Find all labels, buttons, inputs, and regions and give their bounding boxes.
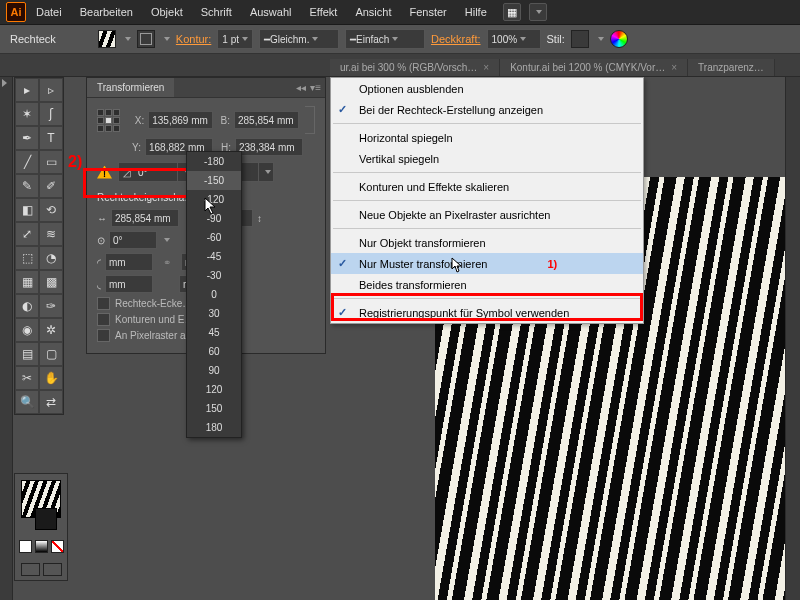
stroke-swatch[interactable]: [137, 30, 155, 48]
line-tool[interactable]: ╱: [15, 150, 39, 174]
w-field[interactable]: 285,854 mm: [234, 111, 299, 129]
angle-option[interactable]: 60: [187, 342, 241, 361]
menu-hilfe[interactable]: Hilfe: [457, 3, 495, 21]
graph-tool[interactable]: ▤: [15, 342, 39, 366]
corner-link-icon[interactable]: ⚭: [163, 257, 171, 268]
panel-collapse-icon[interactable]: ◂◂: [296, 82, 306, 93]
lasso-tool[interactable]: ʃ: [39, 102, 63, 126]
angle-option[interactable]: 30: [187, 304, 241, 323]
menu-objekt[interactable]: Objekt: [143, 3, 191, 21]
rectangle-tool[interactable]: ▭: [39, 150, 63, 174]
stroke-label[interactable]: Kontur:: [176, 33, 211, 45]
fill-swatch[interactable]: [98, 30, 116, 48]
scale-tool[interactable]: ⤢: [15, 222, 39, 246]
x-field[interactable]: 135,869 mm: [148, 111, 213, 129]
link-wh-icon[interactable]: [305, 106, 315, 134]
h-field[interactable]: 238,384 mm: [235, 138, 303, 156]
symbol-sprayer-tool[interactable]: ✲: [39, 318, 63, 342]
panel-menu-icon[interactable]: ▾≡: [310, 82, 321, 93]
gradient-tool[interactable]: ◐: [15, 294, 39, 318]
panel-context-menu[interactable]: Optionen ausblenden✓Bei der Rechteck-Ers…: [330, 77, 644, 324]
selection-tool[interactable]: ▸: [15, 78, 39, 102]
doc-tab-2[interactable]: Kontur.ai bei 1200 % (CMYK/Vor…×: [500, 59, 688, 76]
pen-tool[interactable]: ✒: [15, 126, 39, 150]
hand-tool[interactable]: ✋: [39, 366, 63, 390]
rotate-field[interactable]: ◿ 0°: [118, 162, 193, 182]
corner-r-field-3[interactable]: mm: [105, 275, 153, 293]
right-strip[interactable]: [785, 77, 800, 600]
menu-item[interactable]: Konturen und Effekte skalieren: [331, 176, 643, 197]
menu-bearbeiten[interactable]: Bearbeiten: [72, 3, 141, 21]
corner-angle-field[interactable]: 0°: [109, 231, 157, 249]
menu-item[interactable]: ✓Registrierungspunkt für Symbol verwende…: [331, 302, 643, 323]
angle-dropdown-list[interactable]: -180-150-120-90-60-45-300304560901201501…: [186, 151, 242, 438]
opacity-label[interactable]: Deckkraft:: [431, 33, 481, 45]
menu-item[interactable]: Neue Objekte an Pixelraster ausrichten: [331, 204, 643, 225]
style-swatch[interactable]: [571, 30, 589, 48]
opacity-field[interactable]: 100%: [487, 29, 541, 49]
menu-ansicht[interactable]: Ansicht: [347, 3, 399, 21]
perspective-tool[interactable]: ▦: [15, 270, 39, 294]
blend-tool[interactable]: ◉: [15, 318, 39, 342]
search-icon[interactable]: [529, 3, 547, 21]
angle-option[interactable]: 120: [187, 380, 241, 399]
menu-item[interactable]: Horizontal spiegeln: [331, 127, 643, 148]
close-icon[interactable]: ×: [671, 62, 677, 73]
artboard-tool[interactable]: ▢: [39, 342, 63, 366]
chk-strokes[interactable]: [97, 313, 110, 326]
angle-option[interactable]: 90: [187, 361, 241, 380]
menu-datei[interactable]: Datei: [28, 3, 70, 21]
menu-auswahl[interactable]: Auswahl: [242, 3, 300, 21]
free-transform-tool[interactable]: ⬚: [15, 246, 39, 270]
pencil-tool[interactable]: ✐: [39, 174, 63, 198]
menu-item[interactable]: Beides transformieren: [331, 274, 643, 295]
screen-mode[interactable]: [21, 563, 40, 576]
doc-tab-3[interactable]: Tranzparenz…: [688, 59, 775, 76]
angle-option[interactable]: 150: [187, 399, 241, 418]
eraser-tool[interactable]: ◧: [15, 198, 39, 222]
menu-item[interactable]: Vertikal spiegeln: [331, 148, 643, 169]
toggle-tool[interactable]: ⇄: [39, 390, 63, 414]
paintbrush-tool[interactable]: ✎: [15, 174, 39, 198]
angle-option[interactable]: -180: [187, 152, 241, 171]
menu-fenster[interactable]: Fenster: [401, 3, 454, 21]
angle-option[interactable]: 0: [187, 285, 241, 304]
slice-tool[interactable]: ✂: [15, 366, 39, 390]
close-icon[interactable]: ×: [483, 62, 489, 73]
menu-schrift[interactable]: Schrift: [193, 3, 240, 21]
mesh-tool[interactable]: ▩: [39, 270, 63, 294]
none-mode[interactable]: [51, 540, 64, 553]
direct-selection-tool[interactable]: ▹: [39, 78, 63, 102]
reference-point[interactable]: [97, 109, 119, 131]
menu-item[interactable]: Nur Objekt transformieren: [331, 232, 643, 253]
chk-pixel[interactable]: [97, 329, 110, 342]
shear-dropdown[interactable]: [258, 163, 273, 181]
menu-effekt[interactable]: Effekt: [301, 3, 345, 21]
color-mode[interactable]: [19, 540, 32, 553]
shape-builder-tool[interactable]: ◔: [39, 246, 63, 270]
rect-w-field[interactable]: 285,854 mm: [111, 209, 179, 227]
type-tool[interactable]: T: [39, 126, 63, 150]
layout-icon[interactable]: ▦: [503, 3, 521, 21]
chk-corners[interactable]: [97, 297, 110, 310]
recolor-icon[interactable]: [610, 30, 628, 48]
stroke-align-field[interactable]: ━ Gleichm.: [259, 29, 339, 49]
stroke-profile-field[interactable]: ━ Einfach: [345, 29, 425, 49]
zoom-tool[interactable]: 🔍: [15, 390, 39, 414]
magic-wand-tool[interactable]: ✶: [15, 102, 39, 126]
left-strip[interactable]: [0, 77, 13, 600]
angle-option[interactable]: 45: [187, 323, 241, 342]
eyedropper-tool[interactable]: ✑: [39, 294, 63, 318]
angle-option[interactable]: -150: [187, 171, 241, 190]
angle-option[interactable]: 180: [187, 418, 241, 437]
draw-mode[interactable]: [43, 563, 62, 576]
angle-option[interactable]: -60: [187, 228, 241, 247]
menu-item[interactable]: ✓Bei der Rechteck-Erstellung anzeigen: [331, 99, 643, 120]
stroke-weight-field[interactable]: 1 pt: [217, 29, 253, 49]
corner-r-field[interactable]: mm: [105, 253, 153, 271]
angle-option[interactable]: -30: [187, 266, 241, 285]
angle-option[interactable]: -45: [187, 247, 241, 266]
doc-tab-1[interactable]: ur.ai bei 300 % (RGB/Vorsch…×: [330, 59, 500, 76]
gradient-mode[interactable]: [35, 540, 48, 553]
stroke-preview[interactable]: [35, 508, 57, 530]
